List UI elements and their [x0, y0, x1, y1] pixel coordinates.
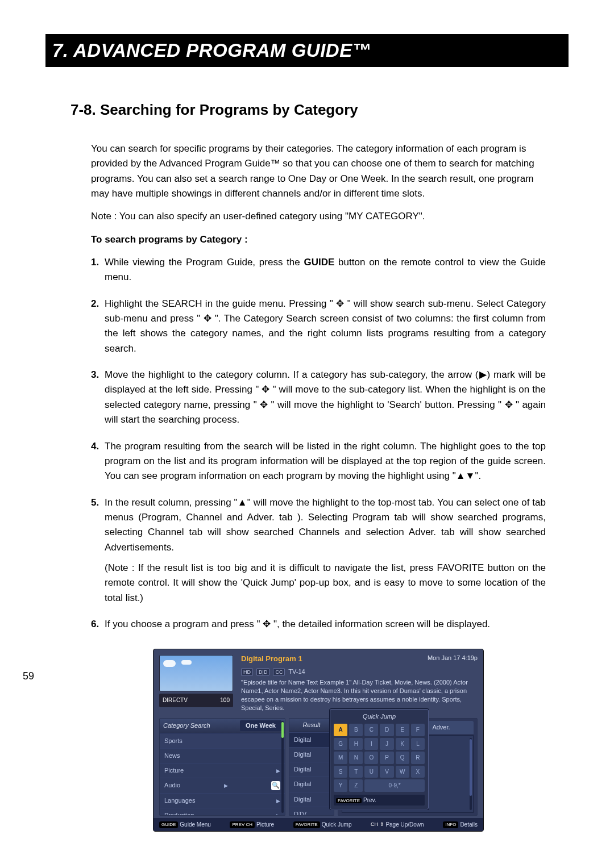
- quick-jump-grid: A B C D E F G H I J K L M N O: [334, 724, 425, 792]
- category-label: News: [164, 751, 180, 761]
- category-label: Picture: [164, 766, 184, 775]
- chevron-right-icon: [276, 811, 280, 816]
- sub-heading: To search programs by Category :: [91, 232, 546, 247]
- category-scrollbar[interactable]: [281, 721, 284, 813]
- page-number: 59: [23, 670, 34, 682]
- quick-jump-key[interactable]: Z: [349, 779, 363, 792]
- info-key-icon: INFO: [443, 821, 458, 828]
- quick-jump-key[interactable]: N: [349, 752, 363, 764]
- result-item[interactable]: DTV: [289, 807, 334, 816]
- result-scrollbar[interactable]: [470, 738, 472, 810]
- quick-jump-key[interactable]: F: [411, 724, 425, 736]
- quick-jump-key[interactable]: E: [396, 724, 409, 736]
- quick-jump-numeric-key[interactable]: 0-9,*: [364, 779, 425, 792]
- quick-jump-key[interactable]: W: [396, 766, 409, 778]
- program-description: "Episode title for Name Text Example 1" …: [241, 678, 478, 712]
- chapter-title-bar: 7. ADVANCED PROGRAM GUIDE™: [45, 34, 569, 67]
- quick-jump-key[interactable]: C: [364, 724, 378, 736]
- note-line: Note : You can also specify an user-defi…: [91, 209, 546, 224]
- step-1-a: While viewing the Program Guide, press t…: [105, 257, 304, 268]
- chevron-right-icon: [276, 796, 280, 806]
- step-3: Move the highlight to the category colum…: [91, 368, 546, 427]
- quick-jump-key[interactable]: A: [334, 724, 347, 736]
- intro-paragraph: You can search for specific programs by …: [91, 141, 546, 201]
- quick-jump-key[interactable]: J: [380, 738, 393, 750]
- search-icon[interactable]: 🔍: [271, 781, 280, 790]
- quick-jump-key[interactable]: S: [334, 766, 347, 778]
- preview-pane: DIRECTV 100: [154, 649, 239, 715]
- quick-jump-key[interactable]: T: [349, 766, 363, 778]
- tv-rating: TV-14: [288, 668, 305, 675]
- quick-jump-key[interactable]: Y: [334, 779, 347, 792]
- quick-jump-prev[interactable]: FAVORITEPrev.: [334, 795, 425, 806]
- steps-list: While viewing the Program Guide, press t…: [91, 255, 546, 632]
- result-item[interactable]: Digital: [289, 747, 334, 762]
- quick-jump-key[interactable]: U: [364, 766, 378, 778]
- provider-name: DIRECTV: [163, 696, 188, 705]
- prevch-key-icon: PREV CH: [230, 821, 255, 828]
- badge-hd: HD: [241, 668, 253, 676]
- category-item[interactable]: Production: [160, 808, 285, 816]
- step-1: While viewing the Program Guide, press t…: [91, 255, 546, 285]
- category-label: Sports: [164, 736, 182, 746]
- help-picture-label: Picture: [256, 821, 274, 828]
- help-bar: GUIDEGuide Menu PREV CHPicture FAVORITEQ…: [154, 818, 483, 832]
- guide-key-icon: GUIDE: [159, 821, 178, 828]
- quick-jump-key[interactable]: X: [411, 766, 425, 778]
- step-2: Highlight the SEARCH in the guide menu. …: [91, 297, 546, 356]
- quick-jump-key[interactable]: H: [349, 738, 363, 750]
- step-5-note: (Note : If the result list is too big an…: [105, 561, 546, 606]
- help-quickjump-label: Quick Jump: [322, 821, 352, 828]
- result-panel: Result Digital Digital Digital Digital D…: [289, 718, 334, 816]
- quick-jump-key[interactable]: I: [364, 738, 378, 750]
- scrollbar-thumb[interactable]: [470, 739, 472, 796]
- category-item[interactable]: Picture: [160, 763, 285, 778]
- result-panel-title: Result: [302, 720, 320, 730]
- step-5-text: In the result column, pressing "▲" will …: [105, 497, 546, 553]
- category-panel: Category Search One Week Sports News Pic…: [159, 718, 285, 816]
- favorite-key-icon: FAVORITE: [293, 821, 320, 828]
- quick-jump-key[interactable]: R: [411, 752, 425, 764]
- result-item[interactable]: Digital: [289, 792, 334, 807]
- quick-jump-key[interactable]: V: [380, 766, 393, 778]
- quick-jump-key[interactable]: K: [396, 738, 409, 750]
- category-item[interactable]: Audio🔍: [160, 778, 285, 792]
- category-label: Languages: [164, 796, 195, 806]
- quick-jump-title: Quick Jump: [334, 712, 425, 721]
- category-panel-title: Category Search: [163, 721, 210, 731]
- quick-jump-key[interactable]: D: [380, 724, 393, 736]
- quick-jump-key[interactable]: M: [334, 752, 347, 764]
- section-title: 7-8. Searching for Programs by Category: [70, 101, 569, 119]
- result-item[interactable]: Digital: [289, 777, 334, 791]
- category-label: Production: [164, 811, 194, 816]
- category-item[interactable]: Languages: [160, 793, 285, 808]
- search-range[interactable]: One Week: [240, 720, 281, 731]
- quick-jump-key[interactable]: G: [334, 738, 347, 750]
- badge-dolby: D|D: [256, 668, 269, 676]
- channel-number: 100: [220, 696, 230, 705]
- category-item[interactable]: News: [160, 748, 285, 763]
- step-5: In the result column, pressing "▲" will …: [91, 495, 546, 606]
- help-details-label: Details: [460, 821, 478, 828]
- quick-jump-key[interactable]: L: [411, 738, 425, 750]
- category-item[interactable]: Sports: [160, 733, 285, 748]
- step-4: The program resulting from the search wi…: [91, 439, 546, 484]
- chevron-right-icon: [224, 781, 228, 790]
- category-label: Audio: [164, 781, 180, 790]
- quick-jump-key[interactable]: P: [380, 752, 393, 764]
- quick-jump-key[interactable]: Q: [396, 752, 409, 764]
- result-item[interactable]: Digital: [289, 732, 334, 747]
- guide-datetime: Mon Jan 17 4:19p: [428, 654, 478, 662]
- quick-jump-key[interactable]: O: [364, 752, 378, 764]
- quick-jump-prev-label: Prev.: [363, 797, 376, 803]
- guide-screenshot: DIRECTV 100 Mon Jan 17 4:19p Digital Pro…: [153, 649, 484, 832]
- help-guide-label: Guide Menu: [180, 821, 210, 828]
- quick-jump-key[interactable]: B: [349, 724, 363, 736]
- ch-updown-icon: CH ⇕: [371, 821, 384, 829]
- preview-video: [159, 655, 233, 691]
- chevron-right-icon: [276, 766, 280, 775]
- scrollbar-thumb[interactable]: [281, 722, 284, 738]
- help-page-label: Page Up/Down: [385, 821, 424, 828]
- result-item[interactable]: Digital: [289, 762, 334, 777]
- favorite-key-icon: FAVORITE: [336, 798, 362, 803]
